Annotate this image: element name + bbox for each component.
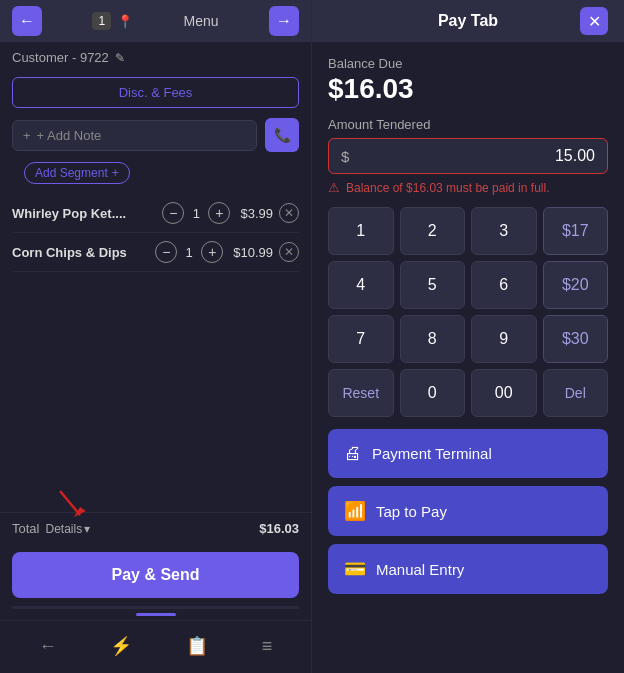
nav-center: 1 📍 <box>92 12 133 30</box>
tap-to-pay-icon: 📶 <box>344 500 366 522</box>
payment-terminal-label: Payment Terminal <box>372 445 492 462</box>
pay-tab-title: Pay Tab <box>356 12 580 30</box>
numpad-4[interactable]: 4 <box>328 261 394 309</box>
right-panel: Pay Tab ✕ Balance Due $16.03 Amount Tend… <box>312 0 624 673</box>
item-name-0: Whirley Pop Ket.... <box>12 206 156 221</box>
tab-badge: 1 <box>92 12 111 30</box>
manual-entry-icon: 💳 <box>344 558 366 580</box>
manual-entry-label: Manual Entry <box>376 561 464 578</box>
phone-icon: 📞 <box>274 127 291 143</box>
red-arrow-indicator <box>50 489 90 519</box>
back-nav-button[interactable]: ← <box>12 6 42 36</box>
total-row: Total Details ▾ $16.03 <box>0 512 311 544</box>
close-button[interactable]: ✕ <box>580 7 608 35</box>
numpad-9[interactable]: 9 <box>471 315 537 363</box>
item-price-1: $10.99 <box>233 245 273 260</box>
qty-control-1: − 1 + <box>155 241 223 263</box>
item-name-1: Corn Chips & Dips <box>12 245 149 260</box>
bottom-nav: ← ⚡ 📋 ≡ <box>0 620 311 673</box>
chevron-down-icon: ▾ <box>84 522 90 536</box>
numpad-8[interactable]: 8 <box>400 315 466 363</box>
add-note-placeholder: + Add Note <box>37 128 102 143</box>
order-items: Whirley Pop Ket.... − 1 + $3.99 ✕ Corn C… <box>0 188 311 278</box>
dollar-sign: $ <box>341 148 349 165</box>
forward-nav-button[interactable]: → <box>269 6 299 36</box>
qty-increase-0[interactable]: + <box>208 202 230 224</box>
qty-increase-1[interactable]: + <box>201 241 223 263</box>
customer-row: Customer - 9722 ✎ <box>0 42 311 73</box>
balance-label: Balance Due <box>328 56 608 71</box>
edit-icon[interactable]: ✎ <box>115 51 125 65</box>
add-note-input[interactable]: + + Add Note <box>12 120 257 151</box>
numpad: 1 2 3 $17 4 5 6 $20 7 8 9 $30 Reset 0 00… <box>328 207 608 417</box>
details-button[interactable]: Details ▾ <box>45 522 90 536</box>
manual-entry-button[interactable]: 💳 Manual Entry <box>328 544 608 594</box>
qty-decrease-0[interactable]: − <box>162 202 184 224</box>
numpad-1[interactable]: 1 <box>328 207 394 255</box>
order-item-1: Corn Chips & Dips − 1 + $10.99 ✕ <box>12 233 299 272</box>
remove-item-1[interactable]: ✕ <box>279 242 299 262</box>
pay-tab-header: Pay Tab ✕ <box>312 0 624 42</box>
qty-num-0: 1 <box>190 206 202 221</box>
pin-icon: 📍 <box>117 14 133 29</box>
total-amount: $16.03 <box>259 521 299 536</box>
payment-terminal-button[interactable]: 🖨 Payment Terminal <box>328 429 608 478</box>
details-label: Details <box>45 522 82 536</box>
numpad-preset-30[interactable]: $30 <box>543 315 609 363</box>
bottom-nav-back-icon[interactable]: ← <box>35 632 61 661</box>
order-item-0: Whirley Pop Ket.... − 1 + $3.99 ✕ <box>12 194 299 233</box>
numpad-del[interactable]: Del <box>543 369 609 417</box>
svg-line-0 <box>60 491 80 515</box>
amount-tendered-label: Amount Tendered <box>328 117 608 132</box>
add-segment-button[interactable]: Add Segment + <box>24 162 130 184</box>
qty-num-1: 1 <box>183 245 195 260</box>
warning-icon: ⚠ <box>328 180 340 195</box>
amount-value: 15.00 <box>357 147 595 165</box>
item-price-0: $3.99 <box>240 206 273 221</box>
payment-methods: 🖨 Payment Terminal 📶 Tap to Pay 💳 Manual… <box>328 429 608 594</box>
numpad-7[interactable]: 7 <box>328 315 394 363</box>
bottom-nav-lightning-icon[interactable]: ⚡ <box>106 631 136 661</box>
amount-input-row[interactable]: $ 15.00 <box>328 138 608 174</box>
top-nav: ← 1 📍 Menu → <box>0 0 311 42</box>
menu-label: Menu <box>184 13 219 29</box>
qty-decrease-1[interactable]: − <box>155 241 177 263</box>
plus-icon: + <box>23 128 31 143</box>
payment-terminal-icon: 🖨 <box>344 443 362 464</box>
pay-send-button[interactable]: Pay & Send <box>12 552 299 598</box>
bottom-indicator <box>136 613 176 616</box>
phone-button[interactable]: 📞 <box>265 118 299 152</box>
numpad-preset-17[interactable]: $17 <box>543 207 609 255</box>
bottom-nav-menu-icon[interactable]: ≡ <box>258 632 277 661</box>
numpad-3[interactable]: 3 <box>471 207 537 255</box>
balance-amount: $16.03 <box>328 73 608 105</box>
customer-label: Customer - 9722 <box>12 50 109 65</box>
numpad-preset-20[interactable]: $20 <box>543 261 609 309</box>
qty-control-0: − 1 + <box>162 202 230 224</box>
pay-body: Balance Due $16.03 Amount Tendered $ 15.… <box>312 42 624 673</box>
numpad-00[interactable]: 00 <box>471 369 537 417</box>
tap-to-pay-button[interactable]: 📶 Tap to Pay <box>328 486 608 536</box>
add-note-row: + + Add Note 📞 <box>12 118 299 152</box>
numpad-6[interactable]: 6 <box>471 261 537 309</box>
left-panel: ← 1 📍 Menu → Customer - 9722 ✎ Disc. & F… <box>0 0 312 673</box>
disc-fees-button[interactable]: Disc. & Fees <box>12 77 299 108</box>
add-segment-plus-icon: + <box>112 166 119 180</box>
add-segment-label: Add Segment <box>35 166 108 180</box>
balance-warning: ⚠ Balance of $16.03 must be paid in full… <box>328 180 608 195</box>
warning-text: Balance of $16.03 must be paid in full. <box>346 181 549 195</box>
numpad-reset[interactable]: Reset <box>328 369 394 417</box>
numpad-0[interactable]: 0 <box>400 369 466 417</box>
bottom-nav-receipt-icon[interactable]: 📋 <box>182 631 212 661</box>
total-label: Total <box>12 521 39 536</box>
remove-item-0[interactable]: ✕ <box>279 203 299 223</box>
numpad-5[interactable]: 5 <box>400 261 466 309</box>
numpad-2[interactable]: 2 <box>400 207 466 255</box>
tap-to-pay-label: Tap to Pay <box>376 503 447 520</box>
